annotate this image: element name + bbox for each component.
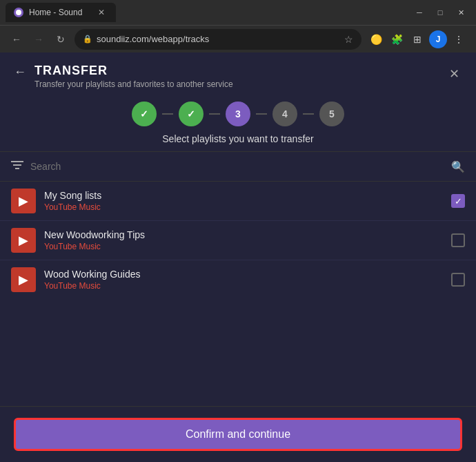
cast-icon[interactable]: ⊞ — [408, 30, 426, 48]
confirm-section: Confirm and continue — [0, 406, 476, 462]
panel-title-area: TRANSFER Transfer your playlists and fav… — [34, 64, 438, 89]
playlist-checkbox-1[interactable] — [451, 233, 465, 247]
playlist-item-0: ▶ My Song lists YouTube Music — [0, 182, 476, 221]
menu-button[interactable]: ⋮ — [450, 30, 468, 48]
confirm-button[interactable]: Confirm and continue — [14, 418, 462, 451]
toolbar-icons: 🟡 🧩 ⊞ J ⋮ — [367, 30, 468, 48]
playlist-item-2: ▶ Wood Working Guides YouTube Music — [0, 260, 476, 294]
step-4: 4 — [272, 102, 297, 126]
minimize-button[interactable]: ─ — [410, 3, 429, 22]
refresh-icon: ↻ — [57, 34, 65, 45]
back-button[interactable]: ← — [8, 31, 25, 48]
playlist-thumb-0: ▶ — [11, 189, 36, 213]
playlist-item-1: ▶ New Woodworking Tips YouTube Music — [0, 221, 476, 260]
playlist-source-0: YouTube Music — [44, 202, 443, 212]
refresh-button[interactable]: ↻ — [52, 31, 69, 48]
step-3: 3 — [226, 102, 250, 126]
step-connector-3 — [256, 113, 267, 115]
panel-title: TRANSFER — [34, 64, 438, 78]
search-bar-area: 🔍 — [0, 151, 476, 182]
panel-close-button[interactable]: ✕ — [446, 64, 462, 84]
playlist-source-1: YouTube Music — [44, 242, 443, 251]
tab-title: Home - Sound — [29, 8, 90, 17]
filter-icon — [11, 160, 23, 173]
playlist-list: ▶ My Song lists YouTube Music ▶ New Wood… — [0, 182, 476, 294]
playlist-checkbox-0[interactable] — [451, 194, 465, 208]
extensions-button[interactable]: 🧩 — [388, 30, 406, 48]
profile-button[interactable]: J — [429, 30, 447, 48]
tab-favicon — [14, 8, 23, 17]
address-bar: ← → ↻ 🔒 soundiiz.com/webapp/tracks ☆ 🟡 🧩… — [0, 25, 476, 52]
profile-letter: J — [436, 35, 441, 44]
back-icon: ← — [12, 34, 21, 45]
bookmark-icon: ☆ — [344, 34, 353, 45]
playlist-name-0: My Song lists — [44, 190, 443, 201]
extension-icon-1[interactable]: 🟡 — [367, 30, 385, 48]
step-1: ✓ — [132, 102, 157, 126]
playlist-info-0: My Song lists YouTube Music — [44, 190, 443, 212]
panel-subtitle: Transfer your playlists and favorites to… — [34, 79, 438, 89]
playlist-checkbox-2[interactable] — [451, 273, 465, 287]
url-text: soundiiz.com/webapp/tracks — [97, 34, 340, 44]
playlist-name-2: Wood Working Guides — [44, 269, 443, 280]
playlist-thumb-1: ▶ — [11, 228, 36, 253]
browser-chrome: Home - Sound ✕ ─ □ ✕ ← → ↻ 🔒 soundiiz.co… — [0, 0, 476, 52]
close-window-button[interactable]: ✕ — [451, 3, 470, 22]
steps-container: ✓ ✓ 3 4 5 — [0, 96, 476, 129]
step-2: ✓ — [179, 102, 204, 126]
url-bar[interactable]: 🔒 soundiiz.com/webapp/tracks ☆ — [75, 29, 361, 50]
playlist-thumb-2: ▶ — [11, 267, 36, 292]
step-connector-2 — [209, 113, 220, 115]
lock-icon: 🔒 — [83, 35, 92, 44]
panel-back-button[interactable]: ← — [14, 65, 26, 79]
playlist-info-2: Wood Working Guides YouTube Music — [44, 269, 443, 291]
browser-tab[interactable]: Home - Sound ✕ — [6, 3, 116, 22]
playlist-info-1: New Woodworking Tips YouTube Music — [44, 229, 443, 251]
forward-button[interactable]: → — [30, 31, 47, 48]
playlist-name-1: New Woodworking Tips — [44, 229, 443, 240]
step-connector-1 — [162, 113, 173, 115]
playlist-thumb-icon-1: ▶ — [19, 233, 28, 248]
panel-header: ← TRANSFER Transfer your playlists and f… — [0, 52, 476, 96]
title-bar: Home - Sound ✕ ─ □ ✕ — [0, 0, 476, 25]
maximize-button[interactable]: □ — [430, 3, 450, 22]
window-controls: ─ □ ✕ — [410, 3, 470, 22]
playlist-source-2: YouTube Music — [44, 281, 443, 291]
main-content: ← TRANSFER Transfer your playlists and f… — [0, 52, 476, 462]
step-5: 5 — [319, 102, 344, 126]
step-connector-4 — [303, 113, 314, 115]
playlist-thumb-icon-2: ▶ — [19, 272, 28, 287]
search-input[interactable] — [30, 161, 444, 172]
steps-label: Select playlists you want to transfer — [0, 129, 476, 151]
playlist-thumb-icon-0: ▶ — [19, 193, 28, 209]
forward-icon: → — [34, 34, 43, 45]
search-icon: 🔍 — [451, 160, 465, 173]
tab-close-button[interactable]: ✕ — [95, 6, 108, 19]
